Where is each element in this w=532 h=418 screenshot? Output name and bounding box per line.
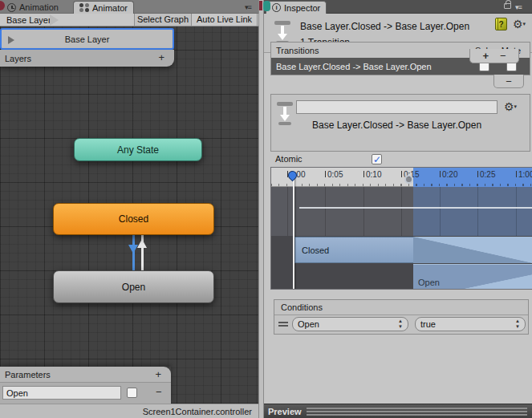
source-clip-label: Closed bbox=[302, 246, 329, 255]
target-clip-bar[interactable]: Open bbox=[413, 264, 532, 290]
tab-animator-label: Animator bbox=[92, 3, 128, 13]
lock-icon[interactable] bbox=[504, 3, 511, 9]
tab-animator[interactable]: Animator bbox=[73, 1, 134, 14]
remove-condition-button[interactable]: − bbox=[500, 50, 506, 62]
transition-name-field[interactable] bbox=[296, 100, 497, 114]
help-icon[interactable]: ? bbox=[495, 18, 507, 30]
state-node-closed[interactable]: Closed bbox=[53, 203, 214, 235]
condition-parameter-dropdown[interactable]: Open ▲▼ bbox=[292, 317, 408, 331]
transition-detail-box: ⚙▾ Base Layer.Closed -> Base Layer.Open bbox=[270, 94, 530, 152]
conditions-box: Conditions Open ▲▼ true ▲▼ bbox=[274, 299, 529, 335]
info-icon: i bbox=[272, 3, 281, 12]
state-node-any-state[interactable]: Any State bbox=[74, 138, 202, 161]
target-clip-label: Open bbox=[418, 278, 440, 287]
controller-path-label: Screen1Container.controller bbox=[143, 407, 252, 416]
pane-menu-icon[interactable]: ▾≡ bbox=[515, 3, 522, 11]
tab-inspector[interactable]: i Inspector bbox=[266, 1, 327, 14]
timeline-ruler[interactable]: 0:00 0:05 0:10 0:15 0:20 0:25 1:00 bbox=[271, 168, 532, 187]
layers-widget: Base Layer Layers + bbox=[0, 28, 174, 67]
parameters-header-bar: Parameters + bbox=[0, 367, 171, 383]
state-node-label: Open bbox=[122, 282, 145, 293]
add-parameter-button[interactable]: + bbox=[155, 368, 161, 380]
foldout-triangle-icon[interactable] bbox=[8, 36, 14, 44]
gear-icon[interactable]: ⚙▾ bbox=[513, 18, 526, 30]
animator-toolbar: Base Layer Select Graph Auto Live Link bbox=[0, 14, 258, 26]
clock-icon bbox=[7, 3, 16, 12]
transition-title: Base Layer.Closed -> Base Layer.Open bbox=[300, 21, 469, 32]
remove-parameter-button[interactable]: − bbox=[156, 386, 162, 398]
minor-ticks bbox=[271, 184, 532, 186]
tab-animation[interactable]: Animation bbox=[2, 1, 64, 14]
conditions-header: Conditions bbox=[274, 300, 528, 315]
transition-arrow-up-icon bbox=[137, 239, 147, 248]
parameters-widget: Parameters + − bbox=[0, 367, 171, 404]
animator-tabbar: Animation Animator ▾≡ bbox=[0, 0, 258, 14]
condition-row: Open ▲▼ true ▲▼ bbox=[274, 315, 528, 334]
transition-row-label: Base Layer.Closed -> Base Layer.Open bbox=[276, 62, 470, 71]
tab-inspector-label: Inspector bbox=[284, 3, 320, 13]
preview-bar[interactable]: Preview bbox=[264, 404, 532, 418]
layer-name: Base Layer bbox=[65, 34, 110, 44]
add-layer-button[interactable]: + bbox=[158, 51, 164, 63]
breadcrumb[interactable]: Base Layer bbox=[6, 15, 51, 25]
condition-value-dropdown[interactable]: true ▲▼ bbox=[415, 317, 526, 331]
select-graph-button[interactable]: Select Graph bbox=[134, 14, 191, 26]
inspector-tabbar: i Inspector ▾≡ bbox=[264, 0, 532, 14]
conditions-footer: + − bbox=[469, 49, 519, 63]
transition-timeline[interactable]: Closed Open 0:00 0:05 0:10 0:15 0:20 0:2… bbox=[270, 167, 532, 290]
state-node-open[interactable]: Open bbox=[53, 270, 214, 303]
preview-label: Preview bbox=[268, 407, 302, 416]
preview-resize-grip[interactable] bbox=[307, 408, 527, 416]
source-clip-fadeout bbox=[413, 237, 532, 263]
parameter-name-field[interactable] bbox=[2, 386, 121, 400]
add-condition-button[interactable]: + bbox=[482, 50, 489, 62]
atomic-checkbox[interactable] bbox=[372, 154, 382, 164]
drag-handle-icon[interactable] bbox=[278, 322, 288, 327]
pane-splitter[interactable] bbox=[258, 0, 264, 418]
parameters-header-label: Parameters bbox=[5, 370, 51, 379]
transition-detail-label: Base Layer.Closed -> Base Layer.Open bbox=[312, 120, 481, 131]
transition-start-handle[interactable] bbox=[404, 175, 413, 184]
gear-icon[interactable]: ⚙▾ bbox=[504, 101, 517, 112]
source-clip-bar[interactable]: Closed bbox=[294, 237, 413, 263]
inspector-pane: i Inspector ▾≡ Base Layer.Closed -> Base… bbox=[264, 0, 532, 418]
auto-live-link-button[interactable]: Auto Live Link bbox=[191, 14, 258, 26]
transitions-title: Transitions bbox=[276, 46, 470, 55]
atomic-row: Atomic bbox=[264, 154, 532, 168]
animator-icon bbox=[79, 3, 89, 12]
layers-header-bar: Layers + bbox=[0, 50, 174, 67]
window-edge-dot bbox=[259, 1, 262, 10]
state-machine-graph[interactable]: Any State Closed Open Base Layer Layers … bbox=[0, 26, 258, 404]
atomic-label: Atomic bbox=[275, 154, 303, 164]
state-node-label: Any State bbox=[117, 144, 159, 156]
layer-row-base-layer[interactable]: Base Layer bbox=[0, 28, 174, 50]
animator-pane: Animation Animator ▾≡ Base Layer Select … bbox=[0, 0, 258, 418]
dropdown-arrows-icon: ▲▼ bbox=[515, 319, 520, 330]
layers-header-label: Layers bbox=[5, 54, 31, 63]
parameter-row: − bbox=[0, 383, 171, 404]
transitions-list-footer: − bbox=[493, 75, 524, 88]
breadcrumb-chevron-icon bbox=[50, 14, 59, 26]
blend-curve-line bbox=[299, 207, 532, 209]
window-edge-dot bbox=[263, 1, 270, 11]
transition-icon bbox=[276, 102, 294, 126]
conditions-title: Conditions bbox=[281, 302, 323, 312]
unity-editor-window: Animation Animator ▾≡ Base Layer Select … bbox=[0, 0, 532, 418]
pane-menu-icon[interactable]: ▾≡ bbox=[245, 3, 251, 11]
playhead-line bbox=[293, 174, 294, 290]
parameter-bool-checkbox[interactable] bbox=[127, 388, 137, 398]
animator-statusbar: Screen1Container.controller bbox=[0, 404, 258, 418]
remove-transition-button[interactable]: − bbox=[506, 75, 512, 87]
state-node-label: Closed bbox=[119, 213, 148, 225]
dropdown-arrows-icon: ▲▼ bbox=[398, 319, 403, 330]
tab-animation-label: Animation bbox=[19, 2, 59, 12]
